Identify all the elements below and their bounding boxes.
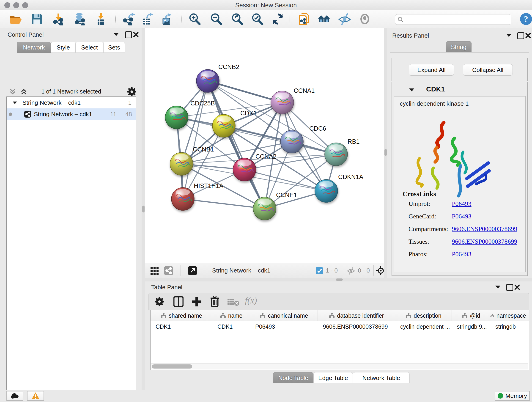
help-icon[interactable]: ? [520, 13, 532, 26]
crosslink-link[interactable]: P06493 [452, 200, 472, 207]
column-type-icon [490, 313, 494, 318]
splitter-grip[interactable] [142, 206, 145, 212]
crosslink-link[interactable]: 9606.ENSP00000378699 [452, 225, 517, 233]
refresh-icon[interactable] [272, 13, 284, 26]
node-hist1h1a[interactable]: HIST1H1A [171, 182, 223, 211]
column-header-namespace[interactable]: namespace [490, 310, 526, 321]
zoom-selected-icon[interactable] [251, 13, 264, 26]
export-image-icon[interactable] [160, 13, 173, 26]
gear-icon[interactable] [155, 297, 164, 306]
open-in-window-icon[interactable] [188, 266, 197, 275]
table-cell[interactable]: cyclin-dependent ... [395, 321, 452, 332]
svg-text:?: ? [524, 14, 528, 24]
save-session-icon[interactable] [30, 13, 43, 26]
horizontal-scrollbar[interactable] [151, 363, 528, 370]
node-rb1[interactable]: RB1 [325, 138, 360, 166]
table-row[interactable]: CDK1CDK1P064939606.ENSP00000378699cyclin… [151, 321, 529, 332]
share-document-icon[interactable] [298, 13, 311, 26]
table-cell[interactable]: stringdb [490, 321, 526, 332]
table-cell[interactable]: CDK1 [151, 321, 212, 332]
section-collapse-icon[interactable] [409, 89, 414, 91]
column-header-description[interactable]: description [395, 310, 452, 321]
tab-edge-table[interactable]: Edge Table [313, 372, 353, 383]
open-session-icon[interactable] [9, 13, 22, 26]
search-input[interactable] [405, 15, 509, 24]
table-cell[interactable]: CDK1 [212, 321, 250, 332]
warnings-button[interactable] [27, 391, 44, 401]
panel-float-icon[interactable] [506, 284, 513, 291]
hide-eye-icon[interactable] [338, 13, 351, 26]
edge[interactable] [183, 199, 265, 209]
crosslink-link[interactable]: 9606.ENSP00000378699 [452, 238, 517, 245]
network-share-icon[interactable] [164, 266, 173, 275]
panel-menu-icon[interactable] [506, 34, 511, 37]
zoom-in-icon[interactable] [188, 13, 201, 26]
splitter-grip[interactable] [385, 149, 387, 156]
edge[interactable] [183, 81, 208, 199]
network-collection-row[interactable]: String Network – cdk1 1 [7, 97, 136, 108]
import-table-icon[interactable] [94, 13, 107, 26]
tab-select[interactable]: Select [76, 42, 103, 53]
network-row[interactable]: String Network – cdk1 11 48 [7, 108, 136, 120]
crosslink-link[interactable]: P06493 [452, 213, 472, 220]
add-column-icon[interactable] [191, 296, 202, 307]
status-bar: Memory [0, 390, 532, 402]
tree-expand-icon[interactable] [13, 101, 17, 104]
selected-checkbox-icon[interactable] [316, 267, 323, 274]
column-header-canonical-name[interactable]: canonical name [250, 310, 318, 321]
panel-menu-icon[interactable] [114, 33, 119, 36]
zoom-out-icon[interactable] [210, 13, 222, 26]
crosslink-label: Compartments: [409, 225, 448, 233]
import-network-icon[interactable] [52, 13, 65, 26]
table-cell[interactable]: stringdb:9... [452, 321, 490, 332]
node-gloss [217, 116, 231, 122]
panel-float-icon[interactable] [125, 32, 132, 38]
node-cdkn1a[interactable]: CDKN1A [315, 173, 363, 202]
table-cell[interactable]: P06493 [250, 321, 318, 332]
crosslink-link[interactable]: P06493 [452, 250, 472, 258]
search-field[interactable] [395, 14, 511, 25]
vertical-splitter[interactable] [384, 28, 387, 278]
edge[interactable] [208, 81, 265, 209]
zoom-fit-icon[interactable] [231, 13, 244, 26]
tab-sets[interactable]: Sets [103, 42, 125, 53]
network-canvas[interactable]: CCNB2CCNA1CDC25BCDK1CDC6RB1CCNB1CCNA2CDK… [145, 28, 384, 263]
panel-close-icon[interactable] [514, 284, 520, 290]
node-ccne1[interactable]: CCNE1 [253, 191, 297, 220]
vertical-splitter[interactable] [142, 28, 145, 390]
tab-network[interactable]: Network [17, 42, 51, 53]
panel-menu-icon[interactable] [495, 286, 500, 288]
splitter-grip[interactable] [336, 279, 343, 281]
delete-column-icon[interactable] [210, 296, 220, 307]
node-ccna1[interactable]: CCNA1 [271, 87, 315, 114]
export-network-icon[interactable] [122, 13, 135, 26]
column-header-@id[interactable]: @id [452, 310, 490, 321]
tab-style[interactable]: Style [51, 42, 76, 53]
tab-network-table[interactable]: Network Table [353, 372, 410, 383]
panel-float-icon[interactable] [517, 32, 524, 39]
homes-icon[interactable] [317, 13, 330, 26]
column-type-icon [462, 313, 468, 318]
column-header-name[interactable]: name [212, 310, 250, 321]
show-columns-icon[interactable] [173, 296, 184, 307]
column-header-shared-name[interactable]: shared name [151, 310, 212, 321]
tab-node-table[interactable]: Node Table [273, 372, 313, 383]
birds-eye-icon[interactable] [150, 267, 159, 275]
horizontal-splitter[interactable] [145, 278, 532, 281]
tab-string[interactable]: String [446, 41, 472, 52]
scrollbar-thumb[interactable] [152, 364, 192, 369]
expand-all-button[interactable]: Expand All [409, 64, 454, 76]
table-cell[interactable]: 9606.ENSP00000378699 [318, 321, 395, 332]
column-header-database-identifier[interactable]: database identifier [318, 310, 395, 321]
column-header-label: namespace [496, 313, 526, 319]
gear-icon[interactable] [127, 87, 137, 96]
import-database-icon[interactable] [73, 13, 86, 26]
panel-close-icon[interactable] [133, 32, 139, 38]
node-ccnb1[interactable]: CCNB1 [170, 146, 214, 175]
memory-button[interactable]: Memory [495, 391, 530, 401]
cloud-button[interactable] [6, 391, 23, 401]
panel-close-icon[interactable] [525, 32, 531, 38]
column-header-label: description [414, 313, 442, 319]
collapse-all-button[interactable]: Collapse All [463, 64, 513, 76]
export-table-icon[interactable] [141, 13, 154, 26]
